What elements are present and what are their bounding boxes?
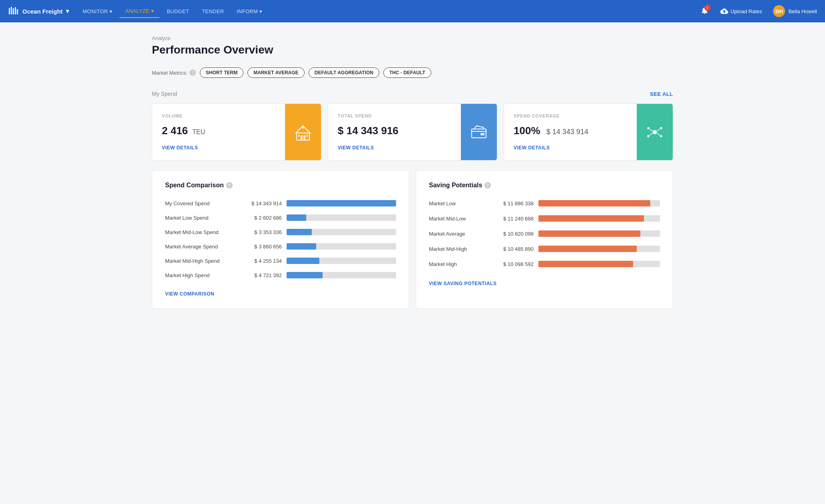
saving-potentials-title: Saving Potentials ? [429, 182, 660, 189]
spend-cards: VOLUME 2 416 TEU VIEW DETAILS [152, 103, 673, 161]
saving-row: Market Mid-Low $ 11 240 688 [429, 215, 660, 222]
total-spend-card: TOTAL SPEND $ 14 343 916 VIEW DETAILS [328, 103, 497, 161]
comparison-row-value: $ 14 343 914 [242, 200, 282, 206]
volume-icon-container [285, 104, 321, 160]
total-spend-value: $ 14 343 916 [338, 125, 451, 137]
comparison-bar [287, 214, 306, 221]
saving-potentials-help-icon[interactable]: ? [484, 182, 491, 189]
comparison-row-label: Market Average Spend [165, 244, 237, 250]
volume-value: 2 416 TEU [162, 125, 275, 137]
saving-row-label: Market Mid-Low [429, 216, 485, 222]
comparison-rows: My Covered Spend $ 14 343 914 Market Low… [165, 200, 396, 278]
user-avatar: BH [773, 5, 785, 17]
comparison-row: My Covered Spend $ 14 343 914 [165, 200, 396, 206]
spend-coverage-icon-container [637, 104, 673, 160]
spend-comparison-help-icon[interactable]: ? [226, 182, 233, 189]
metric-tag-thc-default[interactable]: THC - DEFAULT [383, 67, 431, 78]
saving-bar-container [538, 215, 660, 222]
svg-point-14 [653, 130, 657, 134]
svg-rect-11 [306, 135, 308, 137]
comparison-bar [287, 243, 316, 250]
see-all-link[interactable]: SEE ALL [650, 91, 673, 97]
comparison-row: Market Mid-High Spend $ 4 255 134 [165, 258, 396, 264]
comparison-row: Market Low Spend $ 2 602 686 [165, 214, 396, 221]
notification-bell[interactable]: 1 [700, 6, 709, 16]
view-comparison-link[interactable]: VIEW COMPARISON [165, 291, 214, 297]
svg-point-15 [647, 127, 650, 129]
user-menu[interactable]: BH Bella Howell [773, 5, 817, 17]
breadcrumb: Analyze [152, 35, 673, 41]
svg-rect-13 [480, 133, 484, 135]
total-spend-view-details[interactable]: VIEW DETAILS [338, 145, 451, 151]
saving-row: Market Mid-High $ 10 485 890 [429, 246, 660, 252]
spend-coverage-card-content: SPEND COVERAGE 100% $ 14 343 914 VIEW DE… [504, 104, 637, 160]
saving-bar-container [538, 246, 660, 252]
saving-row-value: $ 10 820 098 [490, 231, 534, 237]
svg-line-19 [650, 129, 653, 131]
my-spend-header: My Spend SEE ALL [152, 91, 673, 97]
metrics-help-icon[interactable]: ? [189, 69, 196, 76]
my-spend-title: My Spend [152, 91, 177, 97]
view-saving-potentials-link[interactable]: VIEW SAVING POTENTIALS [429, 281, 496, 286]
spend-coverage-value: 100% $ 14 343 914 [514, 125, 627, 137]
metrics-bar: Market Metrics: ? SHORT TERM MARKET AVER… [152, 67, 673, 78]
metric-tag-default-aggregation[interactable]: DEFAULT AGGREGATION [309, 67, 379, 78]
nav-right: 1 Upload Rates BH Bella Howell [700, 5, 817, 18]
notification-badge: 1 [704, 4, 711, 11]
volume-card: VOLUME 2 416 TEU VIEW DETAILS [152, 103, 321, 161]
spend-comparison-title: Spend Comparison ? [165, 182, 396, 189]
svg-rect-10 [298, 135, 300, 137]
nav-links: MONITOR▾ ANALYZE▾ BUDGET TENDER INFORM▾ [77, 5, 700, 18]
comparison-bar [287, 200, 396, 206]
saving-bar [538, 200, 650, 206]
metric-tag-short-term[interactable]: SHORT TERM [200, 67, 243, 78]
saving-row: Market Low $ 11 886 338 [429, 200, 660, 206]
saving-bar [538, 215, 644, 222]
saving-bar [538, 246, 637, 252]
page-title: Performance Overview [152, 44, 673, 56]
spend-coverage-card: SPEND COVERAGE 100% $ 14 343 914 VIEW DE… [504, 103, 673, 161]
upload-rates-label: Upload Rates [731, 8, 762, 14]
comparison-row-label: Market High Spend [165, 272, 237, 278]
comparison-row-value: $ 3 353 336 [242, 229, 282, 235]
comparison-bar-container [287, 272, 396, 278]
comparison-row: Market High Spend $ 4 721 392 [165, 272, 396, 278]
comparison-bar [287, 229, 312, 235]
nav-analyze[interactable]: ANALYZE▾ [120, 5, 159, 18]
saving-rows: Market Low $ 11 886 338 Market Mid-Low $… [429, 200, 660, 267]
total-spend-icon-container [461, 104, 497, 160]
saving-row-value: $ 10 485 890 [490, 246, 534, 252]
bottom-panels: Spend Comparison ? My Covered Spend $ 14… [152, 170, 673, 309]
comparison-bar-container [287, 214, 396, 221]
upload-icon [720, 7, 728, 15]
brand-icon [8, 6, 19, 17]
comparison-row: Market Average Spend $ 3 860 656 [165, 243, 396, 250]
saving-row-value: $ 10 098 592 [490, 261, 534, 267]
volume-view-details[interactable]: VIEW DETAILS [162, 145, 275, 151]
comparison-row: Market Mid-Low Spend $ 3 353 336 [165, 229, 396, 235]
comparison-row-label: Market Mid-Low Spend [165, 229, 237, 235]
saving-bar [538, 261, 633, 267]
svg-rect-4 [17, 9, 18, 14]
saving-row-label: Market Average [429, 231, 485, 237]
nav-tender[interactable]: TENDER [196, 5, 229, 18]
nav-monitor[interactable]: MONITOR▾ [77, 5, 118, 18]
svg-rect-0 [9, 8, 10, 14]
nav-inform[interactable]: INFORM▾ [231, 5, 268, 18]
upload-rates-button[interactable]: Upload Rates [715, 5, 767, 18]
metric-tag-market-average[interactable]: MARKET AVERAGE [247, 67, 305, 78]
comparison-row-value: $ 4 721 392 [242, 272, 282, 278]
volume-card-content: VOLUME 2 416 TEU VIEW DETAILS [152, 104, 285, 160]
svg-rect-2 [13, 8, 14, 14]
nav-budget[interactable]: BUDGET [161, 5, 195, 18]
comparison-bar-container [287, 243, 396, 250]
brand-logo[interactable]: Ocean Freight ▾ [8, 6, 69, 17]
saving-bar-container [538, 261, 660, 267]
saving-row-label: Market Low [429, 200, 485, 206]
svg-rect-9 [303, 135, 305, 140]
spend-coverage-network-icon [644, 122, 665, 143]
saving-bar [538, 230, 640, 237]
spend-comparison-panel: Spend Comparison ? My Covered Spend $ 14… [152, 170, 409, 309]
spend-coverage-view-details[interactable]: VIEW DETAILS [514, 145, 627, 151]
svg-rect-3 [15, 7, 16, 14]
